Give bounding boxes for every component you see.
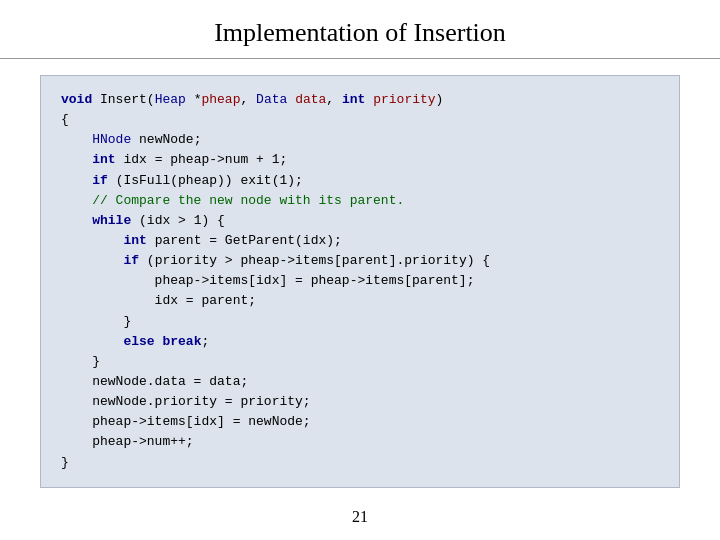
slide: Implementation of Insertion void Insert(… [0,0,720,540]
title-area: Implementation of Insertion [0,0,720,59]
page-number: 21 [0,508,720,526]
code-line-15: newNode.data = data; [61,372,659,392]
code-line-4: int idx = pheap->num + 1; [61,150,659,170]
code-line-10: pheap->items[idx] = pheap->items[parent]… [61,271,659,291]
code-line-14: } [61,352,659,372]
code-line-2: { [61,110,659,130]
code-line-20: } [61,453,659,473]
code-block: void Insert(Heap *pheap, Data data, int … [40,75,680,488]
code-line-18: pheap->items[idx] = newNode; [61,412,659,432]
code-line-5: if (IsFull(pheap)) exit(1); [61,171,659,191]
code-line-19: pheap->num++; [61,432,659,452]
code-line-11: idx = parent; [61,291,659,311]
code-line-13: else break; [61,332,659,352]
code-line-9: if (priority > pheap->items[parent].prio… [61,251,659,271]
code-line-12: } [61,312,659,332]
code-line-16: newNode.priority = priority; [61,392,659,412]
code-line-7: while (idx > 1) { [61,211,659,231]
code-line-1: void Insert(Heap *pheap, Data data, int … [61,90,659,110]
code-line-3: HNode newNode; [61,130,659,150]
slide-title: Implementation of Insertion [214,18,506,47]
page-number-text: 21 [352,508,368,525]
code-line-8: int parent = GetParent(idx); [61,231,659,251]
code-line-6: // Compare the new node with its parent. [61,191,659,211]
